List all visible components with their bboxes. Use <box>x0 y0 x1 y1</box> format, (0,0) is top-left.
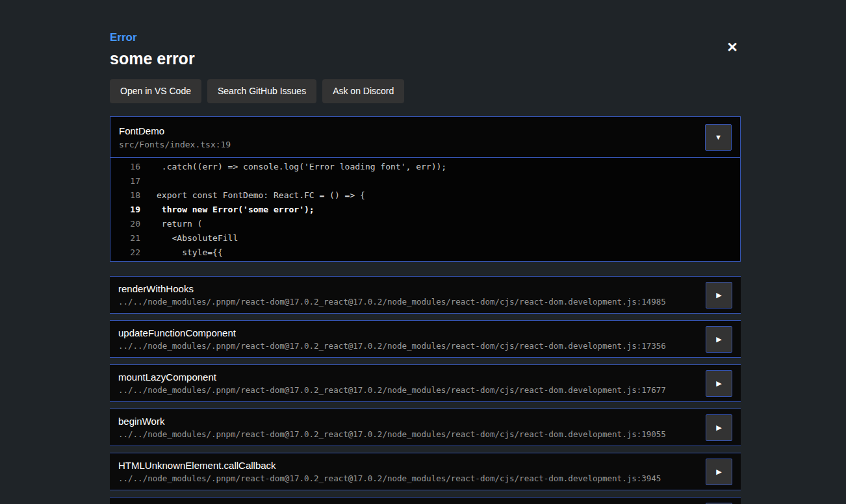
stack-frame: mountLazyComponent ../../node_modules/.p… <box>110 364 741 402</box>
stack-frame: updateFunctionComponent ../../node_modul… <box>110 320 741 358</box>
line-number: 17 <box>110 174 140 188</box>
frame-function-name: mountLazyComponent <box>118 372 666 383</box>
frame-info: renderWithHooks ../../node_modules/.pnpm… <box>118 283 666 307</box>
frame-location: ../../node_modules/.pnpm/react-dom@17.0.… <box>118 429 666 439</box>
caret-down-icon: ▼ <box>715 134 722 141</box>
action-button[interactable]: Search GitHub Issues <box>207 79 316 103</box>
error-message-title: some error <box>110 49 741 68</box>
stack-frame: renderWithHooks ../../node_modules/.pnpm… <box>110 276 741 314</box>
stack-frame: beginWork ../../node_modules/.pnpm/react… <box>110 409 741 446</box>
top-stack-frame-header: FontDemo src/Fonts/index.tsx:19 ▼ <box>110 117 740 157</box>
error-overlay: ✕ Error some error Open in VS CodeSearch… <box>0 0 846 504</box>
frame-info: beginWork ../../node_modules/.pnpm/react… <box>118 416 666 439</box>
frame-location: src/Fonts/index.tsx:19 <box>119 140 231 149</box>
line-number: 22 <box>110 246 140 260</box>
code-text: .catch((err) => console.log('Error loadi… <box>140 160 446 174</box>
action-buttons: Open in VS CodeSearch GitHub IssuesAsk o… <box>110 79 741 103</box>
play-icon: ▶ <box>716 424 721 431</box>
stack-frame: HTMLUnknownElement.callCallback ../../no… <box>110 453 741 490</box>
line-number: 16 <box>110 160 140 174</box>
code-text: <AbsoluteFill <box>140 231 238 246</box>
frame-location: ../../node_modules/.pnpm/react-dom@17.0.… <box>118 385 666 395</box>
collapse-frame-button[interactable]: ▼ <box>705 124 732 151</box>
code-text: throw new Error('some error'); <box>140 203 314 217</box>
error-kicker: Error <box>110 31 741 44</box>
play-icon: ▶ <box>716 380 721 387</box>
play-icon: ▶ <box>716 292 721 299</box>
source-code-preview: 16 .catch((err) => console.log('Error lo… <box>110 157 740 261</box>
frame-function-name: renderWithHooks <box>118 283 666 294</box>
frame-function-name: HTMLUnknownElement.callCallback <box>118 460 661 471</box>
line-number: 18 <box>110 188 140 203</box>
frame-info: mountLazyComponent ../../node_modules/.p… <box>118 372 666 395</box>
action-button[interactable]: Ask on Discord <box>322 79 404 103</box>
code-text <box>140 174 157 188</box>
top-stack-frame-card: FontDemo src/Fonts/index.tsx:19 ▼ 16 .ca… <box>110 116 741 262</box>
code-line: 21 <AbsoluteFill <box>110 231 740 246</box>
expand-frame-button[interactable]: ▶ <box>706 370 732 397</box>
expand-frame-button[interactable]: ▶ <box>706 414 732 441</box>
code-text: export const FontDemo: React.FC = () => … <box>140 188 365 203</box>
frame-info: HTMLUnknownElement.callCallback ../../no… <box>118 460 661 483</box>
frame-function-name: updateFunctionComponent <box>118 327 666 338</box>
expand-frame-button[interactable]: ▶ <box>706 282 732 309</box>
error-overlay-content: Error some error Open in VS CodeSearch G… <box>110 31 741 504</box>
frame-function-name: beginWork <box>118 416 666 427</box>
frame-info: updateFunctionComponent ../../node_modul… <box>118 327 666 351</box>
play-icon: ▶ <box>716 468 721 475</box>
code-line: 20 return ( <box>110 217 740 231</box>
action-button[interactable]: Open in VS Code <box>110 79 201 103</box>
code-text: return ( <box>140 217 202 231</box>
expand-frame-button[interactable]: ▶ <box>706 459 732 485</box>
stack-frame-list: renderWithHooks ../../node_modules/.pnpm… <box>110 276 741 490</box>
line-number: 21 <box>110 231 140 246</box>
code-line: 22 style={{ <box>110 246 740 260</box>
frame-function-name: FontDemo <box>119 125 231 136</box>
code-text: style={{ <box>140 246 223 260</box>
code-line: 19 throw new Error('some error'); <box>110 203 740 217</box>
code-line: 18 export const FontDemo: React.FC = () … <box>110 188 740 203</box>
code-line: 16 .catch((err) => console.log('Error lo… <box>110 160 740 174</box>
line-number: 19 <box>110 203 140 217</box>
stack-frame-partial: ▶ <box>110 497 741 504</box>
line-number: 20 <box>110 217 140 231</box>
frame-location: ../../node_modules/.pnpm/react-dom@17.0.… <box>118 473 661 483</box>
frame-info: FontDemo src/Fonts/index.tsx:19 <box>119 125 231 149</box>
play-icon: ▶ <box>716 336 721 343</box>
frame-location: ../../node_modules/.pnpm/react-dom@17.0.… <box>118 297 666 307</box>
expand-frame-button[interactable]: ▶ <box>706 326 732 353</box>
frame-location: ../../node_modules/.pnpm/react-dom@17.0.… <box>118 341 666 351</box>
code-line: 17 <box>110 174 740 188</box>
